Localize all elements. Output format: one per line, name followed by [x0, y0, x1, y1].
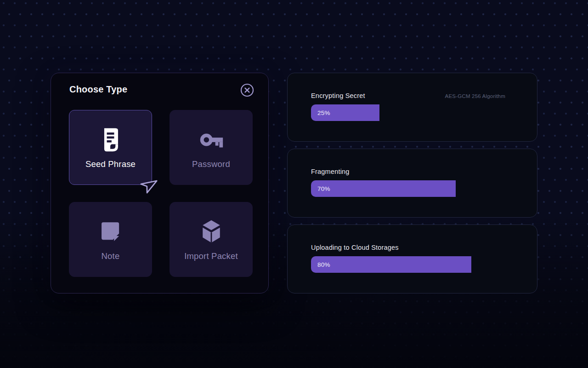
option-seed-phrase[interactable]: Seed Phrase	[69, 110, 152, 185]
progress-title: Uploading to Cloud Storages	[311, 244, 399, 251]
progress-bar: 80%	[311, 256, 506, 273]
app-background: Choose Type Seed Phrase	[0, 0, 588, 368]
option-password[interactable]: Password	[170, 110, 253, 185]
progress-percent: 70%	[317, 185, 330, 192]
progress-percent: 80%	[317, 261, 330, 268]
progress-title: Fragmenting	[311, 168, 350, 175]
choose-type-modal: Choose Type Seed Phrase	[51, 73, 269, 293]
option-label: Password	[192, 159, 230, 169]
progress-bar-fill: 70%	[311, 180, 456, 197]
progress-bar-fill: 80%	[311, 256, 471, 273]
note-icon	[97, 217, 124, 247]
option-import-packet[interactable]: Import Packet	[170, 202, 253, 277]
option-label: Seed Phrase	[85, 159, 136, 169]
close-button[interactable]	[240, 83, 254, 98]
seed-phrase-receipt-icon	[97, 125, 124, 155]
progress-bar: 70%	[311, 180, 506, 197]
option-note[interactable]: Note	[69, 202, 152, 277]
progress-title: Encrypting Secret	[311, 92, 365, 99]
option-label: Import Packet	[184, 251, 238, 261]
progress-bar-fill: 25%	[311, 104, 379, 121]
progress-card-uploading: Uploading to Cloud Storages 80%	[287, 224, 537, 293]
cube-icon	[198, 217, 225, 247]
progress-percent: 25%	[317, 109, 330, 116]
modal-title: Choose Type	[69, 84, 127, 95]
key-icon	[197, 125, 226, 155]
progress-card-fragmenting: Fragmenting 70%	[287, 149, 537, 218]
type-options-grid: Seed Phrase Password	[69, 110, 253, 277]
progress-bar: 25%	[311, 104, 506, 121]
option-label: Note	[102, 251, 120, 261]
progress-card-encrypting: Encrypting Secret AES-GCM 256 Algorithm …	[287, 73, 537, 142]
close-icon	[240, 83, 254, 98]
algorithm-label: AES-GCM 256 Algorithm	[445, 93, 505, 99]
